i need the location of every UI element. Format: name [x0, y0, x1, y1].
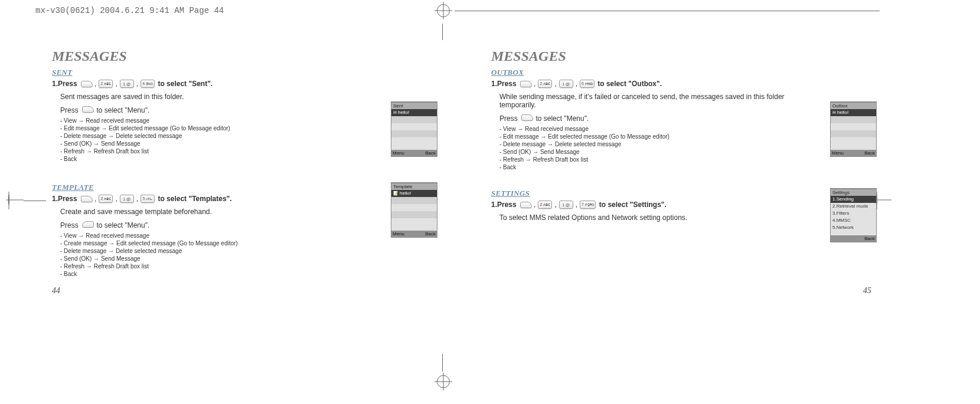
- screen-row-empty: [391, 197, 437, 204]
- section-settings: SETTINGS 1.Press , 2 ᴀʙᴄ, 1 @, 7 ᴘǫʀs to…: [491, 189, 871, 222]
- screen-row-empty: [831, 130, 876, 137]
- screen-footer: Menu Back: [831, 150, 876, 156]
- menu-item: - Back: [60, 155, 432, 163]
- screen-row: 2.Retrieval mode: [831, 203, 876, 210]
- menu-item: - Refresh → Refresh Draft box list: [60, 147, 432, 155]
- menu-list: - View → Read received message - Edit me…: [60, 117, 432, 163]
- keypad-key: 1 @: [559, 80, 573, 88]
- keypad-key: 6 ᴍɴᴏ: [580, 80, 594, 88]
- step-line: 1.Press , 2 ᴀʙᴄ, 1 @, 7 ᴘǫʀs to select "…: [491, 201, 871, 209]
- screen-row-empty: [391, 204, 437, 211]
- step-prefix: 1.Press: [52, 195, 77, 203]
- keypad-key: 1 @: [559, 201, 573, 209]
- section-desc: Sent messages are saved in this folder.: [60, 93, 432, 101]
- press-menu-line: Press to select "Menu".: [499, 114, 871, 123]
- soft-key-icon: [520, 201, 531, 208]
- soft-key-icon: [81, 80, 92, 87]
- screen-row: 1.Sending: [831, 196, 876, 203]
- phone-screen-settings: Settings 1.Sending 2.Retrieval mode 3.Fi…: [831, 189, 876, 242]
- menu-item: - View → Read received message: [60, 117, 432, 124]
- press-menu-line: Press to select "Menu".: [60, 221, 432, 229]
- step-line: 1.Press , 2 ᴀʙᴄ, 1 @, 6 ᴍɴᴏ to select "O…: [491, 80, 871, 88]
- left-register: [8, 195, 9, 205]
- step-suffix: to select "Sent".: [156, 80, 213, 88]
- page-title: MESSAGES: [52, 48, 432, 64]
- keypad-key: 1 @: [120, 195, 134, 203]
- screen-row: 3.Filters: [831, 210, 876, 217]
- register-target-icon: [8, 194, 9, 205]
- section-desc: While sending message, if it's failed or…: [499, 93, 806, 109]
- right-register: [876, 195, 877, 205]
- screen-title: Outbox: [831, 102, 876, 109]
- keypad-key: 7 ᴘǫʀs: [580, 201, 596, 209]
- step-line: 1.Press , 2 ᴀʙᴄ, 1 @, 4 ɢʜɪ to select "S…: [52, 80, 432, 88]
- phone-screen-outbox: Outbox ✉hello! Menu Back: [831, 102, 876, 156]
- softkey-label-right: Back: [864, 150, 875, 156]
- section-desc: To select MMS related Options and Networ…: [499, 214, 871, 222]
- soft-key-icon: [82, 221, 93, 228]
- section-outbox: OUTBOX 1.Press , 2 ᴀʙᴄ, 1 @, 6 ᴍɴᴏ to se…: [491, 68, 871, 171]
- section-template: TEMPLATE 1.Press , 2 ᴀʙᴄ, 1 @, 5 ᴊᴋʟ to …: [52, 183, 432, 278]
- menu-item: - Send (OK) → Send Message: [60, 140, 432, 147]
- keypad-key: 5 ᴊᴋʟ: [141, 195, 155, 203]
- press-menu-line: Press to select "Menu".: [60, 106, 432, 114]
- msg-icon: ✉: [832, 110, 836, 116]
- menu-item: - Edit message → Edit selected message (…: [60, 124, 432, 132]
- screen-row-empty: [831, 116, 876, 123]
- keypad-key: 2 ᴀʙᴄ: [99, 195, 113, 203]
- register-target-icon: [437, 375, 450, 388]
- section-heading: TEMPLATE: [52, 183, 432, 192]
- softkey-label-left: Menu: [393, 231, 404, 237]
- menu-list: - View → Read received message - Create …: [60, 232, 432, 278]
- screen-title: Template: [391, 183, 437, 190]
- step-prefix: 1.Press: [491, 80, 517, 88]
- menu-item: - Refresh → Refresh Draft box list: [499, 156, 871, 163]
- menu-item: - Create message → Edit selected message…: [60, 239, 432, 247]
- section-heading: SETTINGS: [491, 189, 871, 198]
- screen-title: Settings: [831, 189, 876, 196]
- keypad-key: 4 ɢʜɪ: [141, 80, 155, 88]
- menu-item: - Back: [499, 163, 871, 171]
- page-number: 45: [863, 286, 871, 295]
- screen-footer: Menu Back: [391, 150, 437, 156]
- softkey-label-right: Back: [425, 150, 436, 156]
- phone-screen-template: Template 📝hello! Menu Back: [391, 183, 437, 237]
- register-target-icon: [876, 194, 877, 205]
- bottom-register-row: [437, 375, 450, 388]
- page-right: MESSAGES OUTBOX 1.Press , 2 ᴀʙᴄ, 1 @, 6 …: [491, 41, 871, 278]
- screen-row-empty: [831, 123, 876, 130]
- keypad-key: 2 ᴀʙᴄ: [538, 80, 552, 88]
- step-line: 1.Press , 2 ᴀʙᴄ, 1 @, 5 ᴊᴋʟ to select "T…: [52, 195, 432, 203]
- menu-item: - Edit message → Edit selected message (…: [499, 133, 871, 140]
- screen-row-empty: [391, 130, 437, 137]
- fold-mark-bottom: [442, 354, 443, 372]
- screen-fill: [391, 137, 437, 150]
- soft-key-icon: [82, 106, 93, 113]
- menu-item: - Back: [60, 270, 432, 278]
- screen-row: 📝hello!: [391, 190, 437, 197]
- screen-footer: Back: [831, 235, 876, 242]
- step-prefix: 1.Press: [52, 80, 77, 88]
- screen-title: Sent: [391, 102, 437, 109]
- section-heading: OUTBOX: [491, 68, 871, 77]
- step-suffix: to select "Outbox".: [596, 80, 662, 88]
- menu-item: - Send (OK) → Send Message: [60, 255, 432, 262]
- register-target-icon: [437, 4, 450, 17]
- screen-row-empty: [391, 123, 437, 130]
- crop-mark-text: mx-v30(0621) 2004.6.21 9:41 AM Page 44: [35, 6, 224, 15]
- screen-row-empty: [391, 116, 437, 123]
- soft-key-icon: [520, 80, 531, 87]
- menu-item: - View → Read received message: [60, 232, 432, 239]
- screen-row: ✉hello!: [391, 109, 437, 116]
- softkey-label-right: Back: [425, 231, 436, 237]
- page-number: 44: [52, 286, 60, 295]
- menu-item: - Refresh → Refresh Draft box list: [60, 262, 432, 270]
- screen-row: 5.Network: [831, 224, 876, 231]
- page-left: MESSAGES SENT 1.Press , 2 ᴀʙᴄ, 1 @, 4 ɢʜ…: [52, 41, 432, 278]
- softkey-label-right: Back: [864, 235, 875, 242]
- section-sent: SENT 1.Press , 2 ᴀʙᴄ, 1 @, 4 ɢʜɪ to sele…: [52, 68, 432, 163]
- page-title: MESSAGES: [491, 48, 871, 64]
- step-suffix: to select "Settings".: [597, 201, 666, 209]
- msg-icon: 📝: [393, 190, 398, 196]
- left-register-line: [24, 201, 46, 201]
